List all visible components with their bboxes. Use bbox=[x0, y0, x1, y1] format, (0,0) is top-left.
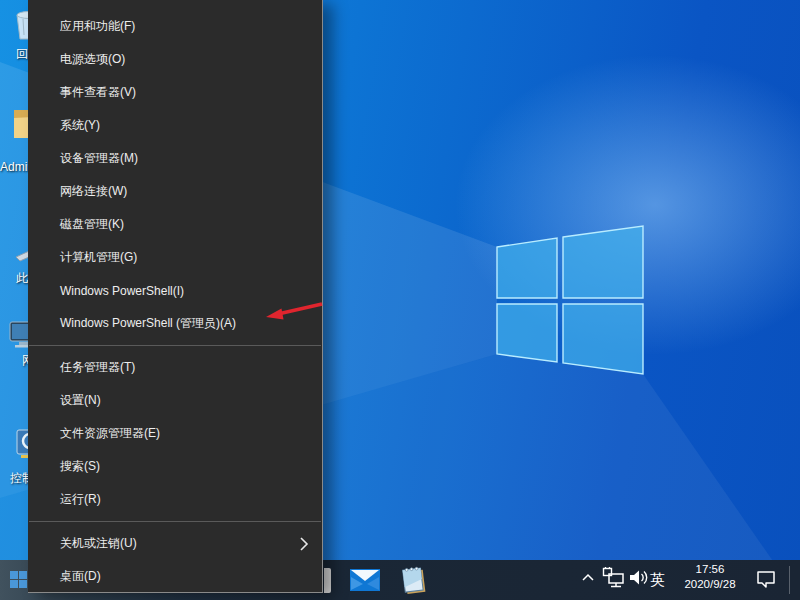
menu-item[interactable]: 任务管理器(T) bbox=[28, 351, 322, 384]
menu-item-label: Windows PowerShell(I) bbox=[60, 284, 184, 298]
menu-item-label: 系统(Y) bbox=[60, 117, 100, 134]
menu-item[interactable]: 系统(Y) bbox=[28, 109, 322, 142]
input-language-indicator[interactable]: 英 bbox=[650, 571, 665, 590]
active-app-indicator bbox=[395, 596, 425, 599]
menu-item-label: 设置(N) bbox=[60, 392, 101, 409]
desktop-icon-label[interactable]: Administrator bbox=[0, 160, 28, 174]
start-button[interactable] bbox=[10, 571, 27, 588]
menu-item[interactable]: 设置(N) bbox=[28, 384, 322, 417]
show-desktop-divider[interactable] bbox=[789, 566, 790, 594]
menu-item[interactable]: 应用和功能(F) bbox=[28, 10, 322, 43]
menu-item[interactable]: 电源选项(O) bbox=[28, 43, 322, 76]
menu-item-shutdown[interactable]: 关机或注销(U) bbox=[28, 527, 322, 560]
network-icon[interactable] bbox=[8, 320, 28, 354]
submenu-chevron-icon bbox=[299, 536, 309, 552]
menu-item-label: 事件查看器(V) bbox=[60, 84, 136, 101]
menu-item[interactable]: 磁盘管理(K) bbox=[28, 208, 322, 241]
menu-item[interactable]: 设备管理器(M) bbox=[28, 142, 322, 175]
mail-icon bbox=[348, 567, 382, 593]
notepad-icon bbox=[400, 566, 428, 595]
menu-item-label: 磁盘管理(K) bbox=[60, 216, 124, 233]
this-pc-icon[interactable] bbox=[14, 243, 28, 271]
clock-date: 2020/9/28 bbox=[680, 577, 740, 592]
menu-item[interactable]: 桌面(D) bbox=[28, 560, 322, 593]
partially-covered-taskbar-icon[interactable] bbox=[324, 568, 331, 593]
menu-item-label: 设备管理器(M) bbox=[60, 150, 138, 167]
menu-item[interactable]: 事件查看器(V) bbox=[28, 76, 322, 109]
menu-item-label: 搜索(S) bbox=[60, 458, 100, 475]
menu-separator bbox=[29, 345, 321, 346]
recycle-bin-icon[interactable] bbox=[10, 5, 28, 47]
menu-item[interactable]: Windows PowerShell (管理员)(A) bbox=[28, 307, 322, 340]
menu-item-label: 关机或注销(U) bbox=[60, 535, 137, 552]
winx-menu: 应用和功能(F)电源选项(O)事件查看器(V)系统(Y)设备管理器(M)网络连接… bbox=[28, 0, 323, 593]
taskbar-icon-mail[interactable] bbox=[348, 567, 382, 597]
menu-item-label: 文件资源管理器(E) bbox=[60, 425, 160, 442]
menu-item-label: 运行(R) bbox=[60, 491, 101, 508]
menu-item-label: 任务管理器(T) bbox=[60, 359, 135, 376]
menu-item-label: 计算机管理(G) bbox=[60, 249, 137, 266]
menu-item-label: 应用和功能(F) bbox=[60, 18, 135, 35]
desktop-icon-label[interactable]: 控制面板 bbox=[10, 470, 28, 487]
taskbar-icon-notepad[interactable] bbox=[400, 566, 428, 599]
menu-item-label: Windows PowerShell (管理员)(A) bbox=[60, 315, 236, 332]
menu-item-label: 电源选项(O) bbox=[60, 51, 125, 68]
menu-item[interactable]: 运行(R) bbox=[28, 483, 322, 516]
desktop-icon-label[interactable]: 回收站 bbox=[16, 46, 28, 63]
menu-item[interactable]: 网络连接(W) bbox=[28, 175, 322, 208]
tray-chevron-up-icon[interactable] bbox=[581, 569, 595, 587]
menu-item[interactable]: 文件资源管理器(E) bbox=[28, 417, 322, 450]
menu-item-label: 桌面(D) bbox=[60, 568, 101, 585]
menu-item[interactable]: 搜索(S) bbox=[28, 450, 322, 483]
action-center-icon[interactable] bbox=[755, 569, 777, 595]
taskbar-clock[interactable]: 17:56 2020/9/28 bbox=[680, 562, 740, 598]
tray-network-icon[interactable] bbox=[602, 567, 626, 593]
user-folder-icon[interactable] bbox=[12, 102, 28, 146]
windows-start-icon bbox=[10, 571, 27, 588]
desktop-icon-column: 回收站 Administrator 此电脑 网络 控制面板 bbox=[0, 0, 28, 560]
clock-time: 17:56 bbox=[680, 562, 740, 577]
desktop-icon-label[interactable]: 此电脑 bbox=[16, 270, 28, 287]
control-panel-icon[interactable] bbox=[15, 428, 28, 464]
menu-item[interactable]: 计算机管理(G) bbox=[28, 241, 322, 274]
tray-volume-icon[interactable] bbox=[629, 568, 650, 591]
menu-item[interactable]: Windows PowerShell(I) bbox=[28, 274, 322, 307]
menu-item-label: 网络连接(W) bbox=[60, 183, 127, 200]
menu-separator bbox=[29, 521, 321, 522]
